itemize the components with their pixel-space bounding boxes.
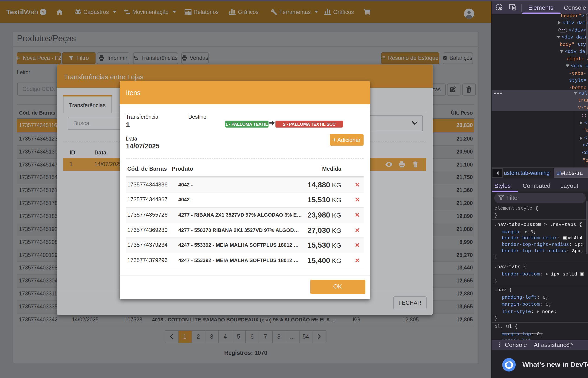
svg-text:?: ? bbox=[42, 10, 45, 15]
